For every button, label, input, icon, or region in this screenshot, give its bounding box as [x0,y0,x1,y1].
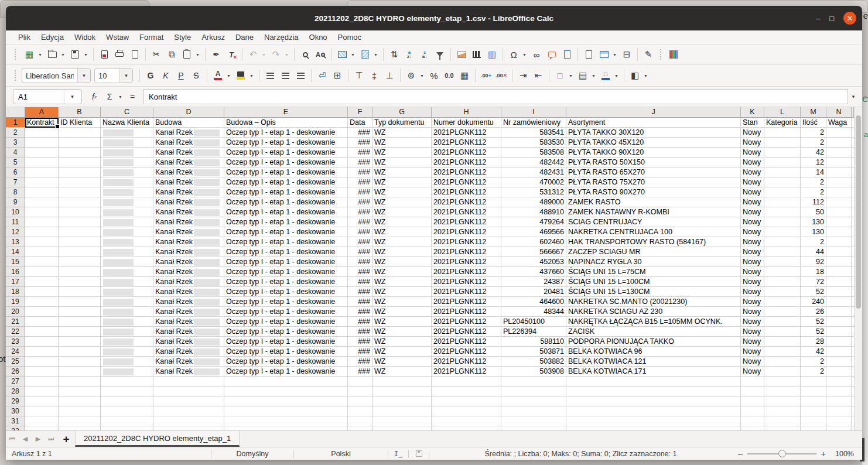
undo-dropdown[interactable]: ▼ [261,47,267,62]
cell-A2[interactable] [25,128,59,138]
cell-I24[interactable]: 503871 [501,347,566,357]
cell-A24[interactable] [25,347,59,357]
cell-K23[interactable]: Nowy [741,337,764,347]
cell-J29[interactable] [566,396,741,406]
cell-N8[interactable] [826,187,852,197]
cell-C7[interactable] [101,177,153,187]
cell-B28[interactable] [59,387,101,396]
cell-G9[interactable]: WZ [373,197,432,207]
cell-L9[interactable] [764,197,801,207]
cell-F9[interactable]: ### [348,197,373,207]
cell-F3[interactable]: ### [348,138,373,148]
cell-B10[interactable] [59,207,101,217]
cell-J16[interactable]: ŚCIĄG UNI 15 L=75CM [566,267,741,277]
zoom-slider-thumb[interactable] [778,450,786,457]
cell-C21[interactable] [101,317,153,327]
cell-J12[interactable]: NAKRETKA CENTRUJACA 100 [566,227,741,237]
paste-dropdown[interactable]: ▼ [194,47,201,62]
cell-M10[interactable]: 50 [801,207,826,217]
column-header-F[interactable]: F [348,107,373,118]
select-all-corner[interactable] [6,107,25,118]
cell-I22[interactable]: PL226394 [501,327,566,337]
row-header-21[interactable]: 21 [6,317,25,327]
cell-C22[interactable] [101,327,153,337]
cell-L12[interactable] [764,227,801,237]
cell-H4[interactable]: 2021PLGNK112 [432,148,501,158]
menu-narzędzia[interactable]: Narzędzia [259,30,304,44]
cell-I4[interactable]: 583508 [501,148,566,158]
cell-E2[interactable]: Oczep typ I - etap 1 - deskowanie [224,128,348,138]
cell-K18[interactable]: Nowy [741,287,764,297]
cell-I13[interactable]: 602460 [501,237,566,247]
cell-E5[interactable]: Oczep typ I - etap 1 - deskowanie [224,158,348,167]
autofilter-icon[interactable] [433,47,447,62]
cell-H1[interactable]: Numer dokumentu [432,118,501,128]
cell-K13[interactable]: Nowy [741,237,764,247]
align-top-icon[interactable]: ⊤ [352,68,366,83]
menu-plik[interactable]: Plik [13,30,36,44]
cell-A16[interactable] [25,267,59,277]
cell-B22[interactable] [59,327,101,337]
cell-E31[interactable] [224,416,348,426]
column-header-J[interactable]: J [566,107,741,118]
previous-sheet-icon[interactable]: ◀ [19,431,32,447]
cell-E15[interactable]: Oczep typ I - etap 1 - deskowanie [224,257,348,267]
cell-M29[interactable] [801,396,826,406]
border-style-icon[interactable]: ▤ [576,68,590,83]
row-header-26[interactable]: 26 [6,367,25,377]
cell-C18[interactable] [101,287,153,297]
cell-L25[interactable] [764,357,801,367]
cell-L15[interactable] [764,257,801,267]
cell-L19[interactable] [764,297,801,307]
last-sheet-icon[interactable]: ⏭ [45,431,57,447]
clear-formatting-icon[interactable]: T✕ [224,47,238,62]
cell-G8[interactable]: WZ [373,187,432,197]
extension-icon[interactable] [667,47,681,62]
row-header-31[interactable]: 31 [6,416,25,426]
cell-J19[interactable]: NAKRETKA SC.MANTO (20021230) [566,297,741,307]
cell-K27[interactable] [741,377,764,387]
minimize-button[interactable]: – [816,15,820,22]
cell-E1[interactable]: Budowa – Opis [224,118,348,128]
hyperlink-icon[interactable]: ∞ [529,47,544,62]
cell-J8[interactable]: PŁYTA RASTO 90X270 [566,187,741,197]
cell-M28[interactable] [801,387,826,396]
row-header-25[interactable]: 25 [6,357,25,367]
cell-G30[interactable] [373,406,432,416]
cell-D18[interactable]: Kanał Rzek [153,287,224,297]
cell-B21[interactable] [59,317,101,327]
cell-F6[interactable]: ### [348,167,373,177]
toolbar-handle[interactable] [14,49,17,60]
cell-C19[interactable] [101,297,153,307]
cell-E21[interactable]: Oczep typ I - etap 1 - deskowanie [224,317,348,327]
cell-C31[interactable] [101,416,153,426]
cell-B24[interactable] [59,347,101,357]
print-area-icon[interactable] [582,47,596,62]
cell-F14[interactable]: ### [348,247,373,257]
font-size-input[interactable] [95,69,119,83]
cell-D9[interactable]: Kanał Rzek [153,197,224,207]
cell-F5[interactable]: ### [348,158,373,167]
cell-J9[interactable]: ZAMEK RASTO [566,197,741,207]
cell-N12[interactable] [826,227,852,237]
clone-formatting-icon[interactable]: ✒ [209,47,223,62]
cell-I9[interactable]: 489000 [501,197,566,207]
column-header-M[interactable]: M [801,107,826,118]
cell-F22[interactable]: ### [348,327,373,337]
insert-mode-icon[interactable]: I_ [388,447,408,460]
highlight-color-dropdown[interactable]: ▼ [248,68,255,83]
cell-N3[interactable] [826,138,852,148]
cell-G11[interactable]: WZ [373,217,432,227]
date-format-icon[interactable]: ▦ [457,68,471,83]
cell-L5[interactable] [764,158,801,167]
cell-J15[interactable]: NAPINACZ RYGLA 30 [566,257,741,267]
cell-H9[interactable]: 2021PLGNK112 [432,197,501,207]
cell-G10[interactable]: WZ [373,207,432,217]
cell-K14[interactable]: Nowy [741,247,764,257]
cell-E7[interactable]: Oczep typ I - etap 1 - deskowanie [224,177,348,187]
cell-D30[interactable] [153,406,224,416]
cell-I27[interactable] [501,377,566,387]
cell-F2[interactable]: ### [348,128,373,138]
cell-N5[interactable] [826,158,852,167]
cell-B15[interactable] [59,257,101,267]
